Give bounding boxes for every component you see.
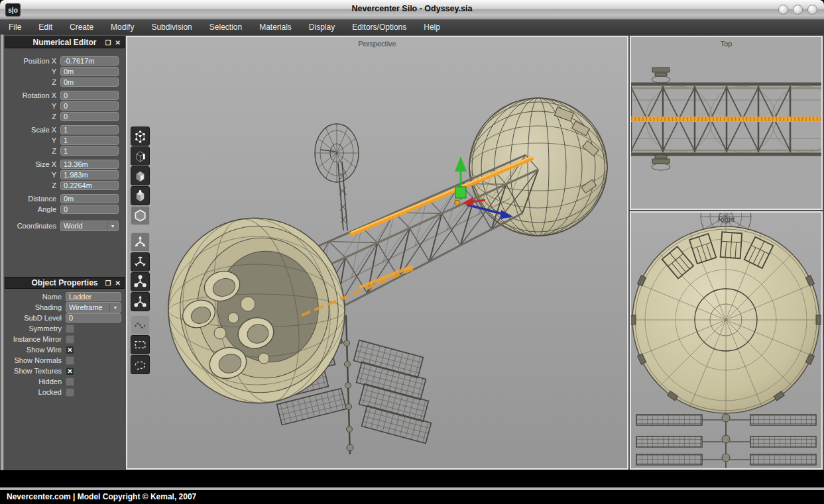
perspective-canvas[interactable] <box>127 37 627 468</box>
coordinates-label: Coordinates <box>5 222 60 230</box>
show-normals-checkbox[interactable] <box>66 356 74 365</box>
numerical-row: Z0m <box>5 77 125 87</box>
coordinates-row: Coordinates World ▼ <box>5 221 125 231</box>
menu-item-create[interactable]: Create <box>61 20 102 34</box>
close-button[interactable] <box>807 5 817 15</box>
face-mode-icon[interactable] <box>131 166 150 185</box>
property-label: Locked <box>5 388 66 396</box>
numerical-row: Y0m <box>5 66 125 77</box>
numerical-label: Z <box>5 78 60 86</box>
numerical-label: Z <box>5 113 60 121</box>
panel-collapse-icon[interactable]: ❒ <box>105 280 111 287</box>
menu-item-editors-options[interactable]: Editors/Options <box>343 20 415 34</box>
instance-mirror-checkbox[interactable] <box>66 335 74 344</box>
solar-rows <box>636 413 816 468</box>
menu-item-subdivision[interactable]: Subdivision <box>143 20 200 34</box>
menu-item-edit[interactable]: Edit <box>30 20 61 34</box>
right-viewport[interactable]: Right <box>630 211 823 470</box>
universal-tool-icon[interactable] <box>131 292 150 311</box>
paint-select-tool-icon[interactable] <box>131 315 150 334</box>
numerical-label: Y <box>5 102 60 110</box>
property-label: Show Normals <box>5 356 66 364</box>
menu-item-file[interactable]: File <box>0 20 30 34</box>
coordinates-dropdown[interactable]: World ▼ <box>60 221 119 231</box>
object-property-row: Locked <box>5 387 125 397</box>
left-panel-column: Numerical Editor ❒ ✕ Position X-0.7617mY… <box>4 34 126 470</box>
numerical-input[interactable]: 0 <box>60 91 119 100</box>
property-label: Symmetry <box>5 325 66 332</box>
symmetry-checkbox[interactable] <box>66 325 74 333</box>
numerical-row: Scale X1 <box>5 125 125 135</box>
numerical-label: Distance <box>5 195 60 203</box>
menu-item-modify[interactable]: Modify <box>102 20 143 34</box>
panel-collapse-icon[interactable]: ❒ <box>105 40 111 46</box>
numerical-input[interactable]: -0.7617m <box>60 56 119 66</box>
shading-dropdown[interactable]: Wireframe▼ <box>66 302 121 313</box>
numerical-input[interactable]: 13.36m <box>60 160 119 169</box>
numerical-editor-header[interactable]: Numerical Editor ❒ ✕ <box>5 36 125 48</box>
menu-item-materials[interactable]: Materials <box>251 20 300 34</box>
top-canvas[interactable] <box>631 37 821 209</box>
maximize-button[interactable] <box>793 5 803 15</box>
menu-item-help[interactable]: Help <box>415 20 449 34</box>
edge-mode-icon[interactable] <box>131 146 150 166</box>
numerical-input[interactable]: 0 <box>60 205 119 214</box>
numerical-input[interactable]: 0.2264m <box>60 181 119 190</box>
numerical-row: Z0.2264m <box>5 180 125 191</box>
numerical-rows: Position X-0.7617mY0mZ0mRotation X0Y0Z0S… <box>5 56 125 215</box>
numerical-input[interactable]: 0m <box>60 194 119 203</box>
property-label: Show Textures <box>5 367 66 375</box>
show-textures-checkbox[interactable]: ✕ <box>66 367 74 376</box>
panel-close-icon[interactable]: ✕ <box>115 40 121 46</box>
minimize-button[interactable] <box>778 5 788 15</box>
menu-item-display[interactable]: Display <box>300 20 343 34</box>
numerical-editor-body: Position X-0.7617mY0mZ0mRotation X0Y0Z0S… <box>5 53 125 231</box>
window-title: Nevercenter Silo - Odyssey.sia <box>0 4 824 13</box>
rotate-tool-icon[interactable] <box>131 252 150 272</box>
command-sphere <box>469 98 607 236</box>
panel-close-icon[interactable]: ✕ <box>115 280 121 287</box>
numerical-row: Rotation X0 <box>5 90 125 101</box>
object-properties-header[interactable]: Object Properties ❒ ✕ <box>5 277 125 289</box>
right-canvas[interactable] <box>631 213 821 468</box>
multi-mode-icon[interactable] <box>131 186 150 205</box>
numerical-input[interactable]: 0m <box>60 67 119 76</box>
scale-tool-icon[interactable] <box>131 272 150 291</box>
vertex-mode-icon[interactable] <box>131 126 150 146</box>
numerical-label: Scale X <box>5 126 60 134</box>
menu-item-selection[interactable]: Selection <box>201 20 251 34</box>
perspective-viewport[interactable]: Perspective <box>126 36 628 470</box>
object-property-row: Instance Mirror <box>5 334 125 344</box>
numerical-row: Position X-0.7617m <box>5 56 125 66</box>
chevron-down-icon: ▼ <box>109 303 121 312</box>
numerical-input[interactable]: 1 <box>60 136 119 145</box>
numerical-input[interactable]: 0 <box>60 112 119 121</box>
numerical-input[interactable]: 1 <box>60 125 119 134</box>
object-property-row: Symmetry <box>5 323 125 334</box>
lasso-select-tool-icon[interactable] <box>131 355 150 374</box>
antenna-dish <box>315 124 359 230</box>
top-viewport[interactable]: Top <box>630 36 823 210</box>
object-property-row: Hidden <box>5 376 125 387</box>
numerical-label: Y <box>5 171 60 179</box>
object-property-row: Show Textures✕ <box>5 366 125 376</box>
subd-level-input[interactable]: 0 <box>66 313 121 323</box>
name-input[interactable]: Ladder <box>66 292 121 301</box>
object-mode-icon[interactable] <box>131 206 150 225</box>
numerical-input[interactable]: 0 <box>60 101 119 111</box>
numerical-label: Y <box>5 136 60 144</box>
numerical-row: Angle0 <box>5 204 125 215</box>
locked-checkbox[interactable] <box>66 388 74 397</box>
numerical-input[interactable]: 0m <box>60 77 119 87</box>
numerical-input[interactable]: 1.983m <box>60 170 119 179</box>
caption-text: Nevercenter.com | Model Copyright © Kema… <box>7 492 196 501</box>
numerical-row: Size X13.36m <box>5 159 125 170</box>
numerical-row: Z1 <box>5 146 125 156</box>
show-wire-checkbox[interactable]: ✕ <box>66 346 74 354</box>
move-tool-icon[interactable] <box>131 232 150 252</box>
numerical-input[interactable]: 1 <box>60 146 119 156</box>
rect-select-tool-icon[interactable] <box>131 335 150 354</box>
object-property-row: Show Wire✕ <box>5 344 125 355</box>
hidden-checkbox[interactable] <box>66 378 74 386</box>
title-bar[interactable]: s|o Nevercenter Silo - Odyssey.sia <box>0 0 824 20</box>
